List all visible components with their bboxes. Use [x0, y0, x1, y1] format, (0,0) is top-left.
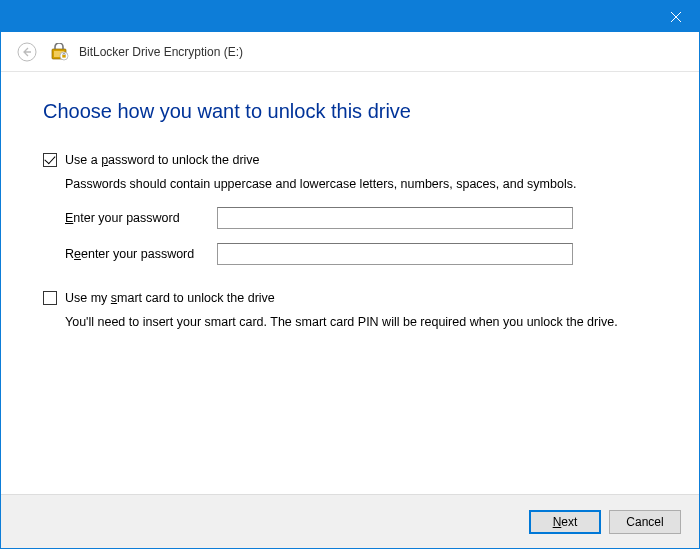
password-checkbox-row[interactable]: Use a password to unlock the drive [43, 153, 657, 167]
bitlocker-icon [51, 43, 69, 61]
smartcard-help-text: You'll need to insert your smart card. T… [65, 315, 657, 329]
close-button[interactable] [653, 1, 699, 32]
header-bar: BitLocker Drive Encryption (E:) [1, 32, 699, 72]
svg-rect-6 [62, 55, 65, 58]
smartcard-checkbox-label: Use my smart card to unlock the drive [65, 291, 275, 305]
bitlocker-wizard-window: BitLocker Drive Encryption (E:) Choose h… [0, 0, 700, 549]
password-checkbox-label: Use a password to unlock the drive [65, 153, 260, 167]
smartcard-checkbox[interactable] [43, 291, 57, 305]
smartcard-checkbox-row[interactable]: Use my smart card to unlock the drive [43, 291, 657, 305]
content-area: Choose how you want to unlock this drive… [1, 72, 699, 494]
close-icon [671, 12, 681, 22]
smartcard-option-block: Use my smart card to unlock the drive Yo… [43, 291, 657, 329]
footer-bar: Next Cancel [1, 494, 699, 548]
main-heading: Choose how you want to unlock this drive [43, 100, 657, 123]
password-checkbox[interactable] [43, 153, 57, 167]
enter-password-input[interactable] [217, 207, 573, 229]
password-help-text: Passwords should contain uppercase and l… [65, 177, 657, 191]
back-arrow-icon [17, 42, 37, 62]
reenter-password-input[interactable] [217, 243, 573, 265]
reenter-password-label: Reenter your password [65, 247, 205, 261]
page-title: BitLocker Drive Encryption (E:) [79, 45, 243, 59]
enter-password-label: Enter your password [65, 211, 205, 225]
enter-password-row: Enter your password [65, 207, 657, 229]
reenter-password-row: Reenter your password [65, 243, 657, 265]
back-button[interactable] [13, 38, 41, 66]
password-option-block: Use a password to unlock the drive Passw… [43, 153, 657, 265]
cancel-button[interactable]: Cancel [609, 510, 681, 534]
next-button[interactable]: Next [529, 510, 601, 534]
titlebar [1, 1, 699, 32]
